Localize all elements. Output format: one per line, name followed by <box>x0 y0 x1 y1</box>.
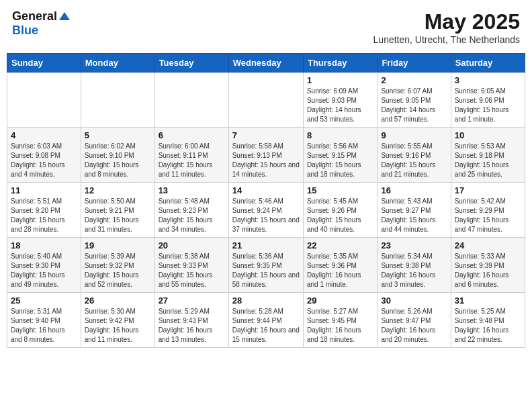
day-number: 16 <box>381 185 447 195</box>
title-section: May 2025 Lunetten, Utrecht, The Netherla… <box>373 9 520 45</box>
day-info: Sunrise: 5:27 AM Sunset: 9:45 PM Dayligh… <box>307 307 373 345</box>
day-number: 10 <box>455 130 521 140</box>
day-number: 15 <box>307 185 373 195</box>
day-info: Sunrise: 5:30 AM Sunset: 9:42 PM Dayligh… <box>85 307 151 345</box>
day-info: Sunrise: 5:38 AM Sunset: 9:33 PM Dayligh… <box>159 252 225 289</box>
day-number: 28 <box>232 295 300 306</box>
day-number: 14 <box>232 185 300 195</box>
calendar-cell: 24Sunrise: 5:33 AM Sunset: 9:39 PM Dayli… <box>451 238 525 293</box>
day-info: Sunrise: 5:25 AM Sunset: 9:48 PM Dayligh… <box>455 307 521 345</box>
day-number: 12 <box>85 185 151 195</box>
calendar-cell: 27Sunrise: 5:29 AM Sunset: 9:43 PM Dayli… <box>154 293 228 348</box>
day-number: 29 <box>307 295 373 306</box>
day-number: 30 <box>381 295 447 306</box>
calendar-cell: 9Sunrise: 5:55 AM Sunset: 9:16 PM Daylig… <box>378 128 451 183</box>
calendar-cell: 10Sunrise: 5:53 AM Sunset: 9:18 PM Dayli… <box>451 128 525 183</box>
day-number: 8 <box>307 130 373 140</box>
calendar-table: SundayMondayTuesdayWednesdayThursdayFrid… <box>7 53 525 348</box>
day-info: Sunrise: 5:26 AM Sunset: 9:47 PM Dayligh… <box>381 307 447 345</box>
calendar-cell: 6Sunrise: 6:00 AM Sunset: 9:11 PM Daylig… <box>154 128 228 183</box>
calendar-cell: 21Sunrise: 5:36 AM Sunset: 9:35 PM Dayli… <box>228 238 303 293</box>
calendar-cell: 15Sunrise: 5:45 AM Sunset: 9:26 PM Dayli… <box>303 183 377 238</box>
day-info: Sunrise: 5:42 AM Sunset: 9:29 PM Dayligh… <box>455 197 521 234</box>
day-number: 20 <box>159 240 225 250</box>
day-number: 5 <box>85 130 151 140</box>
day-number: 31 <box>455 295 521 306</box>
calendar-cell: 5Sunrise: 6:02 AM Sunset: 9:10 PM Daylig… <box>81 128 154 183</box>
logo-general-text: General <box>12 9 57 24</box>
logo-triangle-icon <box>59 11 70 24</box>
logo: General Blue <box>12 9 70 38</box>
day-number: 19 <box>85 240 151 250</box>
day-info: Sunrise: 5:53 AM Sunset: 9:18 PM Dayligh… <box>455 142 521 179</box>
calendar-cell: 19Sunrise: 5:39 AM Sunset: 9:32 PM Dayli… <box>81 238 154 293</box>
week-row-5: 25Sunrise: 5:31 AM Sunset: 9:40 PM Dayli… <box>7 293 525 348</box>
svg-marker-0 <box>59 12 70 20</box>
location: Lunetten, Utrecht, The Netherlands <box>373 34 520 45</box>
day-number: 7 <box>232 130 300 140</box>
day-number: 21 <box>232 240 300 250</box>
day-info: Sunrise: 5:40 AM Sunset: 9:30 PM Dayligh… <box>11 252 77 289</box>
day-number: 26 <box>85 295 151 306</box>
day-info: Sunrise: 5:45 AM Sunset: 9:26 PM Dayligh… <box>307 197 373 234</box>
day-info: Sunrise: 6:07 AM Sunset: 9:05 PM Dayligh… <box>381 87 447 124</box>
calendar-cell <box>228 73 303 128</box>
day-number: 2 <box>381 75 447 85</box>
calendar-cell: 13Sunrise: 5:48 AM Sunset: 9:23 PM Dayli… <box>154 183 228 238</box>
day-info: Sunrise: 6:09 AM Sunset: 9:03 PM Dayligh… <box>307 87 373 124</box>
day-number: 6 <box>159 130 225 140</box>
day-info: Sunrise: 6:05 AM Sunset: 9:06 PM Dayligh… <box>455 87 521 124</box>
day-info: Sunrise: 5:33 AM Sunset: 9:39 PM Dayligh… <box>455 252 521 289</box>
day-number: 22 <box>307 240 373 250</box>
week-row-1: 1Sunrise: 6:09 AM Sunset: 9:03 PM Daylig… <box>7 73 525 128</box>
calendar-cell: 4Sunrise: 6:03 AM Sunset: 9:08 PM Daylig… <box>7 128 81 183</box>
day-info: Sunrise: 5:36 AM Sunset: 9:35 PM Dayligh… <box>232 252 300 289</box>
weekday-header-thursday: Thursday <box>303 54 377 73</box>
calendar-cell: 8Sunrise: 5:56 AM Sunset: 9:15 PM Daylig… <box>303 128 377 183</box>
day-number: 4 <box>11 130 77 140</box>
day-info: Sunrise: 5:39 AM Sunset: 9:32 PM Dayligh… <box>85 252 151 289</box>
day-info: Sunrise: 5:56 AM Sunset: 9:15 PM Dayligh… <box>307 142 373 179</box>
calendar-cell <box>154 73 228 128</box>
calendar-cell: 30Sunrise: 5:26 AM Sunset: 9:47 PM Dayli… <box>378 293 451 348</box>
day-info: Sunrise: 5:50 AM Sunset: 9:21 PM Dayligh… <box>85 197 151 234</box>
calendar-cell: 12Sunrise: 5:50 AM Sunset: 9:21 PM Dayli… <box>81 183 154 238</box>
day-info: Sunrise: 5:35 AM Sunset: 9:36 PM Dayligh… <box>307 252 373 289</box>
week-row-2: 4Sunrise: 6:03 AM Sunset: 9:08 PM Daylig… <box>7 128 525 183</box>
calendar-cell: 29Sunrise: 5:27 AM Sunset: 9:45 PM Dayli… <box>303 293 377 348</box>
day-number: 3 <box>455 75 521 85</box>
calendar-cell: 22Sunrise: 5:35 AM Sunset: 9:36 PM Dayli… <box>303 238 377 293</box>
day-number: 11 <box>11 185 77 195</box>
calendar-cell: 1Sunrise: 6:09 AM Sunset: 9:03 PM Daylig… <box>303 73 377 128</box>
calendar-cell: 16Sunrise: 5:43 AM Sunset: 9:27 PM Dayli… <box>378 183 451 238</box>
calendar-cell: 26Sunrise: 5:30 AM Sunset: 9:42 PM Dayli… <box>81 293 154 348</box>
calendar-cell: 28Sunrise: 5:28 AM Sunset: 9:44 PM Dayli… <box>228 293 303 348</box>
day-info: Sunrise: 5:55 AM Sunset: 9:16 PM Dayligh… <box>381 142 447 179</box>
weekday-header-row: SundayMondayTuesdayWednesdayThursdayFrid… <box>7 54 525 73</box>
day-number: 23 <box>381 240 447 250</box>
day-number: 1 <box>307 75 373 85</box>
day-number: 9 <box>381 130 447 140</box>
day-info: Sunrise: 5:34 AM Sunset: 9:38 PM Dayligh… <box>381 252 447 289</box>
day-number: 13 <box>159 185 225 195</box>
weekday-header-wednesday: Wednesday <box>228 54 303 73</box>
logo-blue-text: Blue <box>12 24 38 37</box>
calendar-cell <box>81 73 154 128</box>
calendar-cell: 2Sunrise: 6:07 AM Sunset: 9:05 PM Daylig… <box>378 73 451 128</box>
calendar-cell: 17Sunrise: 5:42 AM Sunset: 9:29 PM Dayli… <box>451 183 525 238</box>
day-info: Sunrise: 5:28 AM Sunset: 9:44 PM Dayligh… <box>232 307 300 345</box>
calendar-cell: 31Sunrise: 5:25 AM Sunset: 9:48 PM Dayli… <box>451 293 525 348</box>
day-info: Sunrise: 5:51 AM Sunset: 9:20 PM Dayligh… <box>11 197 77 234</box>
calendar-cell <box>7 73 81 128</box>
weekday-header-monday: Monday <box>81 54 154 73</box>
day-info: Sunrise: 5:29 AM Sunset: 9:43 PM Dayligh… <box>159 307 225 345</box>
day-info: Sunrise: 6:00 AM Sunset: 9:11 PM Dayligh… <box>159 142 225 179</box>
calendar-cell: 3Sunrise: 6:05 AM Sunset: 9:06 PM Daylig… <box>451 73 525 128</box>
calendar-cell: 11Sunrise: 5:51 AM Sunset: 9:20 PM Dayli… <box>7 183 81 238</box>
weekday-header-saturday: Saturday <box>451 54 525 73</box>
calendar-cell: 14Sunrise: 5:46 AM Sunset: 9:24 PM Dayli… <box>228 183 303 238</box>
weekday-header-tuesday: Tuesday <box>154 54 228 73</box>
month-title: May 2025 <box>373 9 520 34</box>
page-header: General Blue May 2025 Lunetten, Utrecht,… <box>7 7 525 48</box>
day-number: 17 <box>455 185 521 195</box>
